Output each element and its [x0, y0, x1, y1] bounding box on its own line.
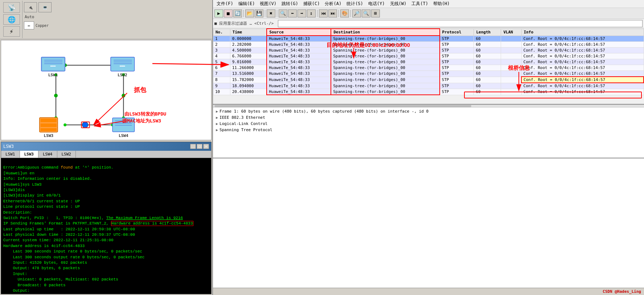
terminal-line-1: Error:Ambiguous command found at '^' pos… — [3, 165, 114, 170]
detail-stp[interactable]: ▶ Spanning Tree Protocol — [214, 127, 643, 133]
col-time[interactable]: Time — [230, 29, 267, 36]
btn-prev[interactable]: ⬅ — [288, 9, 297, 17]
table-cell: 11.266000 — [230, 65, 267, 71]
col-no[interactable]: No. — [213, 29, 230, 36]
menu-file[interactable]: 文件(F) — [214, 0, 235, 8]
detail-ethernet[interactable]: ▶ IEEE 802.3 Ethernet — [214, 114, 643, 121]
toolbar-icon-2[interactable]: 💻 — [38, 2, 52, 12]
btn-search[interactable]: 🔍 — [279, 9, 287, 17]
detail-ethernet-text: IEEE 802.3 Ethernet — [220, 115, 265, 120]
table-row[interactable]: 10.000000HuaweiTe_54:48:33Spanning-tree-… — [213, 36, 644, 42]
table-row[interactable]: 611.266000HuaweiTe_54:48:33Spanning-tree… — [213, 65, 644, 71]
table-row[interactable]: 59.016000HuaweiTe_54:48:33Spanning-tree-… — [213, 59, 644, 65]
sep-5 — [339, 10, 339, 17]
tab-lsw3[interactable]: LSW3 — [20, 151, 39, 158]
col-protocol[interactable]: Protocol — [440, 29, 474, 36]
btn-next[interactable]: ➡ — [298, 9, 306, 17]
table-cell: Conf. Root = 0/0/4c:1f:cc:68:14:57 — [521, 65, 644, 71]
network-diagram: ▬▬▬ LSW1 ▬▬▬ LSW2 LSW3 LSW4 抓包 — [1, 40, 212, 140]
table-cell: Spanning-tree-(for-bridges)_00 — [331, 48, 439, 53]
toolbar-icon-1[interactable]: 🔌 — [24, 2, 37, 12]
detail-llc[interactable]: ▶ Logical-Link Control — [214, 121, 643, 127]
status-bar: CSDN @Hades_Ling — [213, 288, 644, 295]
sidebar-icon-network[interactable]: 📡 — [3, 2, 20, 13]
table-cell: Spanning-tree-(for-bridges)_00 — [331, 53, 439, 59]
table-row[interactable]: 1020.438000HuaweiTe_54:48:33Spanning-tre… — [213, 89, 644, 95]
table-row[interactable]: 34.500000HuaweiTe_54:48:33Spanning-tree-… — [213, 48, 644, 53]
btn-zoom-in[interactable]: 🔎 — [352, 9, 361, 17]
btn-zoom-out[interactable]: 🔍 — [362, 9, 370, 17]
btn-save[interactable]: 💾 — [255, 9, 263, 17]
btn-stop[interactable]: ■ — [224, 9, 233, 17]
menu-stats[interactable]: 统计(S) — [344, 0, 365, 8]
btn-open[interactable]: 📂 — [245, 9, 254, 17]
table-cell: 60 — [474, 83, 501, 89]
menu-edit[interactable]: 编辑(E) — [236, 0, 257, 8]
table-cell: Spanning-tree-(for-bridges)_00 — [331, 59, 439, 65]
expand-icon-frame: ▶ — [216, 109, 218, 113]
table-cell — [501, 89, 521, 95]
btn-goto[interactable]: ↕ — [307, 9, 316, 17]
table-row[interactable]: 918.094000HuaweiTe_54:48:33Spanning-tree… — [213, 83, 644, 89]
menu-phone[interactable]: 电话(Y) — [366, 0, 387, 8]
restore-button[interactable]: □ — [197, 144, 202, 149]
sep-4 — [317, 10, 317, 17]
table-cell: 60 — [474, 89, 501, 95]
table-row[interactable]: 22.282000HuaweiTe_54:48:33Spanning-tree-… — [213, 42, 644, 48]
packet-list-container[interactable]: No. Time Source Destination Protocol Len… — [213, 28, 644, 105]
menu-analyze[interactable]: 分析(A) — [323, 0, 344, 8]
table-row[interactable]: 46.766000HuaweiTe_54:48:33Spanning-tree-… — [213, 53, 644, 59]
tab-lsw1[interactable]: LSW1 — [1, 151, 20, 158]
terminal-screen[interactable]: Error:Ambiguous command found at '^' pos… — [1, 158, 211, 294]
svg-rect-33 — [112, 118, 134, 132]
detail-frame[interactable]: ▶ Frame 1: 60 bytes on wire (480 bits), … — [214, 108, 643, 114]
menu-jump[interactable]: 跳转(G) — [279, 0, 300, 8]
minimize-button[interactable]: _ — [190, 144, 196, 149]
table-cell: STP — [440, 48, 474, 53]
btn-colorize[interactable]: 🎨 — [340, 9, 349, 17]
pen-tool[interactable]: ✏ — [24, 21, 34, 29]
filter-input[interactable] — [278, 20, 643, 27]
table-cell: 2 — [213, 42, 230, 48]
close-button[interactable]: × — [203, 144, 209, 149]
table-row[interactable]: 713.516000HuaweiTe_54:48:33Spanning-tree… — [213, 71, 644, 77]
table-cell: HuaweiTe_54:48:33 — [267, 48, 331, 53]
svg-text:源MAC地址为LSW3: 源MAC地址为LSW3 — [122, 118, 161, 124]
menu-capture[interactable]: 捕获(C) — [301, 0, 322, 8]
btn-last[interactable]: ⏭ — [328, 9, 337, 17]
btn-restart[interactable]: 🔄 — [233, 9, 242, 17]
table-row[interactable]: 815.782000HuaweiTe_54:48:33Spanning-tree… — [213, 77, 644, 83]
col-source[interactable]: Source — [267, 29, 331, 36]
btn-zoom-reset[interactable]: ⊞ — [371, 9, 380, 17]
btn-start[interactable]: ▶ — [214, 9, 223, 17]
table-cell: 1 — [213, 36, 230, 42]
scroll-thumb[interactable] — [214, 105, 471, 107]
table-cell: 6 — [213, 65, 230, 71]
col-length[interactable]: Length — [474, 29, 501, 36]
table-cell: STP — [440, 53, 474, 59]
table-cell: 6.766000 — [230, 53, 267, 59]
table-cell: Conf. Root = 0/0/4c:1f:cc:68:14:57 — [521, 71, 644, 77]
btn-close[interactable]: ✖ — [267, 9, 275, 17]
btn-first[interactable]: ⏮ — [319, 9, 328, 17]
sep-3 — [277, 10, 277, 17]
wireshark-toolbar: ▶ ■ 🔄 📂 💾 ✖ 🔍 ⬅ ➡ ↕ ⏮ ⏭ 🎨 🔎 🔍 ⊞ — [213, 8, 644, 19]
col-destination[interactable]: Destination — [331, 29, 439, 36]
terminal-line-14: Current system time: 2022-12-11 21:25:31… — [3, 238, 114, 242]
tab-lsw4[interactable]: LSW4 — [38, 151, 57, 158]
wireshark-menubar: 文件(F) 编辑(E) 视图(V) 跳转(G) 捕获(C) 分析(A) 统计(S… — [213, 0, 644, 8]
menu-tools[interactable]: 工具(T) — [409, 0, 430, 8]
sidebar-icon-globe[interactable]: 🌐 — [3, 14, 20, 25]
table-cell: Conf. Root = 0/0/4c:1f:cc:68:14:57 — [521, 48, 644, 53]
menu-wireless[interactable]: 无线(W) — [388, 0, 409, 8]
col-vlan[interactable]: VLAN — [501, 29, 521, 36]
menu-help[interactable]: 帮助(H) — [431, 0, 452, 8]
menu-view[interactable]: 视图(V) — [258, 0, 279, 8]
table-cell: Spanning-tree-(for-bridges)_00 — [331, 89, 439, 95]
tab-lsw2[interactable]: LSW2 — [57, 151, 76, 158]
table-cell: HuaweiTe_54:48:33 — [267, 59, 331, 65]
svg-point-11 — [63, 124, 66, 126]
svg-text:▬▬▬: ▬▬▬ — [50, 64, 56, 68]
sidebar-icon-power[interactable]: ⚡ — [3, 26, 20, 37]
col-info[interactable]: Info — [521, 29, 644, 36]
